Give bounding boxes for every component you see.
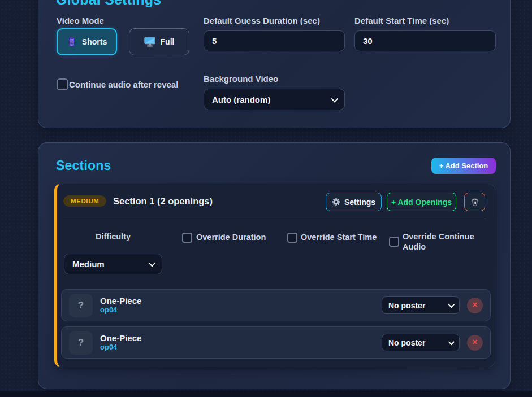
opening-row: ? One-Piece op04 No poster × [61,326,491,359]
add-openings-button[interactable]: + Add Openings [387,193,456,211]
remove-opening-button[interactable]: × [467,335,483,351]
start-time-input[interactable] [354,30,496,51]
difficulty-label: Difficulty [64,232,162,241]
opening-code: op04 [100,343,141,352]
opening-info: One-Piece op04 [100,333,141,352]
section-settings-label: Settings [344,198,375,207]
override-duration-checkbox[interactable] [182,233,192,243]
global-settings-title: Global Settings [56,0,161,8]
chevron-down-icon [331,95,339,102]
difficulty-badge: MEDIUM [63,195,106,207]
monitor-icon [144,37,155,47]
add-section-button[interactable]: + Add Section [431,158,496,174]
phone-icon [67,37,77,47]
difficulty-value: Medium [72,259,105,269]
opening-code: op04 [100,306,141,315]
guess-duration-input[interactable] [204,30,345,51]
difficulty-select[interactable]: Medium [64,254,162,274]
gear-icon [332,198,340,206]
background-video-select[interactable]: Auto (random) [204,89,345,110]
chevron-down-icon [448,338,455,344]
section-header-divider [63,220,486,220]
poster-value: No poster [388,301,425,310]
override-duration-label: Override Duration [196,233,266,242]
override-start-time-checkbox[interactable] [287,233,297,243]
poster-select[interactable]: No poster [382,296,460,314]
opening-thumbnail-placeholder: ? [69,294,93,317]
close-icon: × [472,300,477,309]
opening-title: One-Piece [100,333,141,343]
section-title: Section 1 (2 openings) [113,196,213,207]
poster-select[interactable]: No poster [382,334,460,351]
start-time-label: Default Start Time (sec) [354,16,449,25]
delete-section-button[interactable] [464,193,485,211]
video-mode-shorts-label: Shorts [82,37,107,46]
opening-info: One-Piece op04 [100,296,141,315]
trash-icon [470,198,479,207]
override-continue-audio-checkbox[interactable] [389,237,399,247]
question-mark: ? [78,337,84,348]
background-video-value: Auto (random) [212,95,270,104]
guess-duration-label: Default Guess Duration (sec) [204,16,320,25]
override-continue-audio-label: Override Continue Audio [403,232,475,252]
sections-title: Sections [56,158,111,173]
page: Global Settings Video Mode Shorts Full D… [0,0,532,397]
video-mode-full-button[interactable]: Full [129,28,189,55]
opening-title: One-Piece [100,296,141,306]
chevron-down-icon [149,260,156,267]
page-bottom-strip [0,391,532,397]
poster-value: No poster [388,338,425,347]
chevron-down-icon [448,301,455,307]
background-video-label: Background Video [204,74,278,84]
add-openings-label: + Add Openings [391,198,452,207]
continue-audio-label: Continue audio after reveal [69,80,178,89]
opening-row: ? One-Piece op04 No poster × [61,289,491,321]
question-mark: ? [78,300,84,311]
section-settings-button[interactable]: Settings [326,193,382,211]
override-start-time-label: Override Start Time [301,233,377,242]
video-mode-full-label: Full [161,37,175,46]
continue-audio-checkbox[interactable] [57,78,68,90]
close-icon: × [472,338,477,347]
remove-opening-button[interactable]: × [467,298,483,313]
opening-thumbnail-placeholder: ? [69,331,93,355]
video-mode-shorts-button[interactable]: Shorts [57,28,117,55]
video-mode-label: Video Mode [57,16,104,25]
